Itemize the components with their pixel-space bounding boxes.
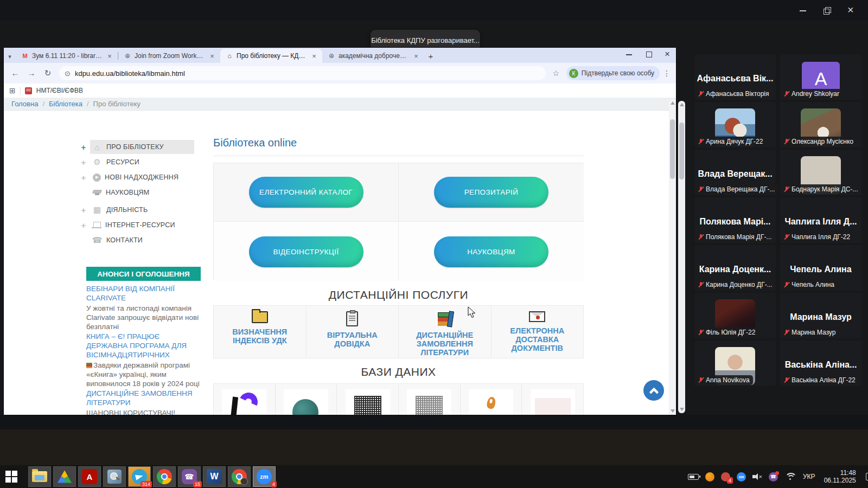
zoom-tray-icon[interactable]: zm bbox=[737, 472, 746, 481]
sidebar-item-new-arrivals[interactable]: НОВІ НАДХОДЖЕННЯ bbox=[79, 170, 195, 184]
expand-plus-icon[interactable] bbox=[79, 158, 88, 167]
expand-plus-icon[interactable] bbox=[79, 221, 88, 230]
volume-muted-icon[interactable]: × bbox=[752, 473, 762, 480]
database-logo-cell[interactable] bbox=[276, 384, 337, 415]
zoom-close-button[interactable] bbox=[846, 6, 855, 15]
participant-tile[interactable]: Полякова Марі... Полякова Марія ДГ-... bbox=[694, 197, 776, 243]
url-text[interactable]: kdpu.edu.ua/biblioteka/libmain.html bbox=[75, 69, 185, 78]
participant-tile[interactable]: Anna Novikova bbox=[694, 341, 776, 386]
participant-tile[interactable]: Арина Дячук ДГ-22 bbox=[694, 102, 776, 147]
google-drive-button[interactable] bbox=[53, 466, 76, 487]
bookmark-item[interactable]: НМТ/ЄВІ/ЄФВВ bbox=[36, 87, 83, 94]
zoom-restore-button[interactable] bbox=[822, 6, 831, 15]
sidebar-item-resources[interactable]: РЕСУРСИ bbox=[79, 155, 195, 169]
reload-button[interactable] bbox=[41, 66, 55, 80]
start-button[interactable] bbox=[5, 471, 17, 483]
apps-grid-icon[interactable] bbox=[9, 86, 16, 95]
file-explorer-button[interactable] bbox=[28, 466, 51, 487]
participant-tile[interactable]: Марина Мазур Марина Мазур bbox=[780, 293, 861, 338]
announcement-link[interactable]: ДИСТАНЦІЙНЕ ЗАМОВЛЕННЯ ЛІТЕРАТУРИ bbox=[86, 389, 202, 407]
database-logo-cell[interactable] bbox=[337, 384, 399, 415]
for-scientists-button[interactable]: НАУКОВЦЯМ bbox=[434, 236, 548, 267]
scrollbar-down-arrow[interactable] bbox=[680, 408, 684, 411]
address-bar[interactable]: kdpu.edu.ua/biblioteka/libmain.html bbox=[59, 66, 546, 80]
participant-tile[interactable]: A Andrey Shkolyar bbox=[780, 54, 861, 100]
bookmark-star-icon[interactable] bbox=[550, 69, 562, 78]
browser-menu-icon[interactable] bbox=[662, 69, 672, 78]
site-info-icon[interactable] bbox=[65, 68, 71, 78]
chrome-profile2-button[interactable] bbox=[228, 466, 251, 487]
tab-close-icon[interactable] bbox=[106, 52, 113, 60]
back-button[interactable] bbox=[8, 66, 22, 80]
forward-button[interactable] bbox=[24, 66, 39, 80]
zoom-minimize-button[interactable] bbox=[799, 6, 807, 15]
service-virtual-reference[interactable]: ВІРТУАЛЬНА ДОВІДКА bbox=[307, 306, 399, 358]
participant-tile[interactable]: Філь Юлія ДГ-22 bbox=[694, 293, 776, 338]
participant-tile[interactable]: Афанасьєва Вік... Афанасьєва Вікторія bbox=[694, 54, 776, 100]
tab-zoom-workplace[interactable]: Join from Zoom Workplace app bbox=[118, 49, 220, 63]
search-tool-button[interactable] bbox=[103, 466, 126, 487]
avast-icon[interactable] bbox=[705, 472, 714, 481]
database-logo-cell[interactable] bbox=[399, 384, 461, 415]
tab-library-active[interactable]: Про бібліотеку — КДПУ bbox=[220, 49, 322, 63]
sidebar-item-internet-resources[interactable]: ІНТЕРНЕТ-РЕСУРСИ bbox=[79, 218, 195, 232]
tab-search-chevron-icon[interactable] bbox=[4, 50, 16, 63]
expand-plus-icon[interactable] bbox=[79, 143, 88, 152]
service-udc-index[interactable]: ВИЗНАЧЕННЯ ІНДЕКСІВ УДК bbox=[214, 306, 307, 358]
confirm-identity-button[interactable]: К Підтвердьте свою особу bbox=[566, 66, 660, 80]
breadcrumb-home[interactable]: Головна bbox=[11, 100, 38, 108]
notification-app-icon[interactable]: 4 bbox=[721, 472, 730, 481]
acrobat-button[interactable]: A bbox=[78, 466, 101, 487]
scrollbar-thumb[interactable] bbox=[670, 119, 675, 179]
scrollbar-up-arrow[interactable] bbox=[671, 101, 675, 105]
clock[interactable]: 11:48 06.11.2025 bbox=[824, 469, 856, 484]
participants-scrollbar[interactable] bbox=[678, 101, 685, 413]
zoom-app-button[interactable]: zm 4 bbox=[253, 466, 276, 487]
browser-minimize-button[interactable] bbox=[625, 50, 634, 59]
participant-tile[interactable]: Боднарук Марія ДС-... bbox=[780, 150, 861, 195]
telegram-button[interactable]: 314 bbox=[128, 466, 151, 487]
video-instructions-button[interactable]: ВІДЕОІНСТРУКЦІЇ bbox=[249, 236, 363, 267]
wifi-icon[interactable] bbox=[784, 473, 795, 481]
sidebar-item-activity[interactable]: ДІЯЛЬНІСТЬ bbox=[79, 203, 195, 217]
tab-academic-integrity[interactable]: академічна доброчесність bbox=[322, 49, 424, 63]
breadcrumb-library[interactable]: Бібліотека bbox=[49, 100, 82, 108]
browser-close-button[interactable] bbox=[663, 50, 672, 59]
viber-tray-icon[interactable] bbox=[769, 472, 778, 481]
database-logo-cell[interactable] bbox=[461, 384, 522, 415]
word-button[interactable]: W bbox=[203, 466, 226, 487]
tab-close-icon[interactable] bbox=[310, 52, 318, 60]
new-tab-button[interactable] bbox=[424, 50, 437, 63]
participant-tile[interactable]: Влада Верещак... Влада Верещака ДГ-... bbox=[694, 150, 776, 195]
announcement-link[interactable]: ВЕБІНАРИ ВІД КОМПАНІЇ CLARIVATE bbox=[86, 284, 202, 303]
sidebar-item-contacts[interactable]: КОНТАКТИ bbox=[79, 233, 195, 247]
scrollbar-thumb[interactable] bbox=[679, 123, 684, 179]
action-center-icon[interactable] bbox=[866, 473, 868, 480]
battery-icon[interactable] bbox=[688, 474, 699, 480]
language-indicator[interactable]: УКР bbox=[803, 473, 815, 480]
browser-scrollbar[interactable] bbox=[669, 99, 676, 415]
database-logo-cell[interactable] bbox=[522, 384, 583, 415]
announcement-link[interactable]: КНИГА – Є! ПРАЦЮЄ ДЕРЖАВНА ПРОГРАМА ДЛЯ … bbox=[86, 332, 202, 359]
expand-plus-icon[interactable] bbox=[79, 173, 88, 182]
scrollbar-down-arrow[interactable] bbox=[671, 409, 675, 413]
service-document-delivery[interactable]: ЕЛЕКТРОННА ДОСТАВКА ДОКУМЕНТІВ bbox=[492, 306, 584, 358]
tab-close-icon[interactable] bbox=[208, 52, 216, 60]
participant-tile[interactable]: Олександр Мусієнко bbox=[780, 102, 861, 147]
scroll-to-top-button[interactable] bbox=[643, 380, 664, 401]
participant-tile[interactable]: Чепель Алина Чепель Алина bbox=[780, 245, 861, 291]
repository-button[interactable]: РЕПОЗИТАРІЙ bbox=[434, 177, 548, 208]
viber-button[interactable]: 15 bbox=[178, 466, 201, 487]
scrollbar-up-arrow[interactable] bbox=[680, 103, 684, 106]
electronic-catalog-button[interactable]: ЕЛЕКТРОННИЙ КАТАЛОГ bbox=[249, 177, 363, 208]
participant-tile[interactable]: Карина Доценк... Карина Доценко ДГ-... bbox=[694, 245, 776, 291]
expand-plus-icon[interactable] bbox=[79, 206, 88, 215]
browser-maximize-button[interactable] bbox=[644, 50, 653, 59]
database-logo-cell[interactable] bbox=[214, 384, 276, 415]
participant-tile[interactable]: Чаплига Ілля Д... Чаплига Ілля ДГ-22 bbox=[780, 197, 861, 243]
participant-tile[interactable]: Васькіна Аліна... Васькіна Аліна ДГ-22 bbox=[780, 341, 861, 386]
tab-gmail[interactable]: Зум 6.11 11:20 - library@kdpu.. bbox=[16, 49, 118, 63]
tab-close-icon[interactable] bbox=[412, 52, 420, 60]
sidebar-item-for-scientists[interactable]: НАУКОВЦЯМ bbox=[79, 185, 195, 200]
sidebar-item-about-library[interactable]: ПРО БІБЛІОТЕКУ bbox=[90, 140, 194, 154]
